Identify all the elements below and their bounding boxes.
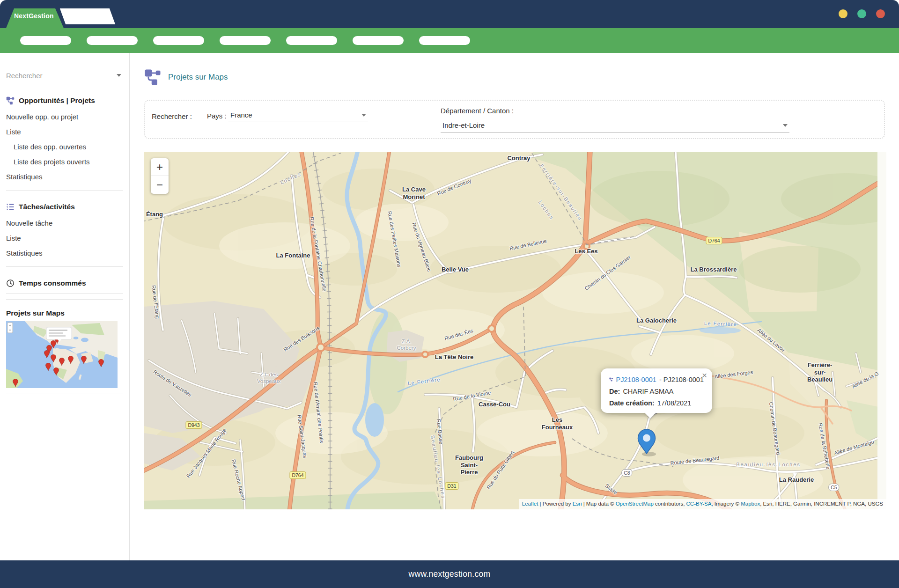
road-shield-badge: D31 bbox=[445, 482, 458, 490]
attribution-link[interactable]: CC-BY-SA bbox=[686, 501, 712, 507]
popup-date-row: Date création: 17/08/2021 bbox=[609, 399, 704, 407]
sitemap-icon bbox=[144, 69, 161, 86]
main-content: Projets sur Maps Rechercher : Pays : Fra… bbox=[130, 53, 899, 560]
attribution-text: , Imagery © bbox=[711, 501, 741, 507]
department-select-value: Indre-et-Loire bbox=[442, 121, 485, 129]
divider bbox=[6, 190, 123, 191]
filter-search-label: Rechercher : bbox=[152, 112, 192, 120]
sidebar-section-title: Opportunités | Projets bbox=[19, 96, 95, 105]
road-shield-badge: C5 bbox=[828, 484, 839, 491]
main-navbar bbox=[0, 28, 899, 53]
sidebar-item-projets-maps[interactable]: Projets sur Maps bbox=[6, 309, 123, 317]
sidebar-item[interactable]: Liste des projets ouverts bbox=[6, 154, 123, 169]
sidebar-item[interactable]: Liste des opp. ouvertes bbox=[6, 140, 123, 154]
chevron-down-icon bbox=[361, 114, 366, 119]
divider bbox=[6, 293, 123, 294]
filter-department-label: Département / Canton : bbox=[441, 107, 514, 115]
popup-title-row: PJ2108-0001 - PJ2108-0001 bbox=[609, 375, 704, 383]
attribution-link[interactable]: Leaflet bbox=[522, 501, 538, 507]
road-shield-badge: D764 bbox=[289, 471, 306, 479]
top-bar: NextGestion bbox=[0, 0, 899, 28]
sidebar: Rechercher Opportunités | ProjetsNouvell… bbox=[0, 53, 130, 560]
nav-pill-2[interactable] bbox=[87, 36, 138, 45]
brand-logo[interactable]: NextGestion bbox=[14, 12, 54, 20]
nav-pill-3[interactable] bbox=[153, 36, 204, 45]
footer-bar: www.nextgestion.com bbox=[0, 560, 899, 588]
chevron-down-icon bbox=[117, 74, 121, 79]
nav-pill-5[interactable] bbox=[286, 36, 337, 45]
attribution-link[interactable]: Esri bbox=[573, 501, 582, 507]
divider bbox=[6, 394, 123, 394]
sidebar-section-title: Tâches/activités bbox=[19, 203, 75, 211]
attribution-text: contributors, bbox=[654, 501, 686, 507]
chevron-down-icon bbox=[783, 124, 788, 129]
zoom-out-button[interactable]: − bbox=[151, 176, 169, 194]
app-window: NextGestion Rechercher Opportunités | Pr… bbox=[0, 0, 899, 588]
nav-pill-7[interactable] bbox=[419, 36, 470, 45]
popup-project-suffix: - PJ2108-0001 bbox=[659, 376, 704, 383]
attribution-link[interactable]: Mapbox bbox=[741, 501, 760, 507]
sidebar-section-header[interactable]: Temps consommés bbox=[6, 279, 123, 287]
map-zoom-control: + − bbox=[151, 158, 169, 194]
window-dot-yellow[interactable] bbox=[839, 9, 847, 18]
country-select[interactable]: France bbox=[228, 110, 368, 122]
popup-from-value: CHARIF ASMAA bbox=[623, 388, 673, 395]
body-row: Rechercher Opportunités | ProjetsNouvell… bbox=[0, 53, 899, 560]
zoom-in-button[interactable]: + bbox=[151, 158, 169, 176]
sidebar-item[interactable]: Statistiques bbox=[6, 246, 123, 261]
attribution-text: , Esri, HERE, Garmin, INCREMENT P, NGA, … bbox=[760, 501, 883, 507]
filter-country-label: Pays : bbox=[207, 112, 227, 120]
map-marker-pin[interactable] bbox=[637, 429, 656, 454]
tasks-icon bbox=[6, 203, 15, 211]
nav-pill-1[interactable] bbox=[20, 36, 71, 45]
sidebar-item[interactable]: Nouvelle tâche bbox=[6, 216, 123, 231]
window-dot-red[interactable] bbox=[876, 9, 885, 18]
sidebar-section: Temps consommés bbox=[0, 279, 129, 287]
attribution-text: | Map data © bbox=[582, 501, 615, 507]
map-popup: × PJ2108-0001 - PJ2108-0001 De: CHARIF A… bbox=[601, 368, 712, 413]
map-tiles bbox=[144, 152, 886, 509]
department-select[interactable]: Indre-et-Loire bbox=[441, 120, 789, 132]
window-dots bbox=[839, 9, 885, 18]
window-dot-teal[interactable] bbox=[857, 9, 866, 18]
sidebar-map-thumbnail[interactable] bbox=[6, 321, 118, 388]
road-shield-badge: D764 bbox=[706, 237, 722, 244]
sidebar-sections: Opportunités | ProjetsNouvelle opp. ou p… bbox=[0, 96, 129, 294]
sidebar-item[interactable]: Liste bbox=[6, 125, 123, 140]
divider bbox=[6, 266, 123, 267]
popup-date-value: 17/08/2021 bbox=[657, 399, 692, 407]
popup-from-label: De: bbox=[609, 388, 620, 395]
sidebar-item[interactable]: Statistiques bbox=[6, 169, 123, 184]
page-header: Projets sur Maps bbox=[144, 68, 899, 86]
popup-project-link[interactable]: PJ2108-0001 bbox=[616, 376, 656, 383]
country-select-value: France bbox=[230, 111, 252, 119]
sidebar-search-select[interactable]: Rechercher bbox=[6, 67, 123, 84]
sidebar-item[interactable]: Liste bbox=[6, 231, 123, 246]
attribution-link[interactable]: OpenStreetMap bbox=[616, 501, 654, 507]
sidebar-section-title: Temps consommés bbox=[19, 279, 86, 287]
brand-flag-shape bbox=[60, 8, 115, 24]
road-shield-badge: C8 bbox=[621, 469, 632, 477]
footer-url: www.nextgestion.com bbox=[409, 569, 491, 579]
page-title: Projets sur Maps bbox=[168, 73, 228, 82]
sitemap-icon bbox=[609, 375, 613, 383]
popup-date-label: Date création: bbox=[609, 399, 655, 407]
sidebar-section: Tâches/activitésNouvelle tâcheListeStati… bbox=[0, 203, 129, 261]
popup-close-icon[interactable]: × bbox=[702, 371, 707, 380]
sitemap-icon bbox=[6, 96, 15, 105]
sidebar-search-placeholder: Rechercher bbox=[6, 72, 43, 80]
sidebar-section: Opportunités | ProjetsNouvelle opp. ou p… bbox=[0, 96, 129, 184]
nav-pill-4[interactable] bbox=[220, 36, 271, 45]
sidebar-section-header[interactable]: Tâches/activités bbox=[6, 203, 123, 211]
map-canvas[interactable]: ContrayLa Cave MorinetLes EesBelle VueLa… bbox=[144, 152, 886, 509]
divider bbox=[6, 299, 123, 300]
road-shield-badge: D943 bbox=[185, 421, 202, 429]
nav-pill-6[interactable] bbox=[353, 36, 404, 45]
filter-panel: Rechercher : Pays : France Département /… bbox=[144, 100, 885, 139]
clock-icon bbox=[6, 279, 15, 287]
sidebar-section-header[interactable]: Opportunités | Projets bbox=[6, 96, 123, 105]
sidebar-item[interactable]: Nouvelle opp. ou projet bbox=[6, 110, 123, 125]
attribution-text: | Powered by bbox=[538, 501, 572, 507]
map-attribution: Leaflet | Powered by Esri | Map data © O… bbox=[519, 499, 886, 509]
popup-from-row: De: CHARIF ASMAA bbox=[609, 388, 704, 395]
